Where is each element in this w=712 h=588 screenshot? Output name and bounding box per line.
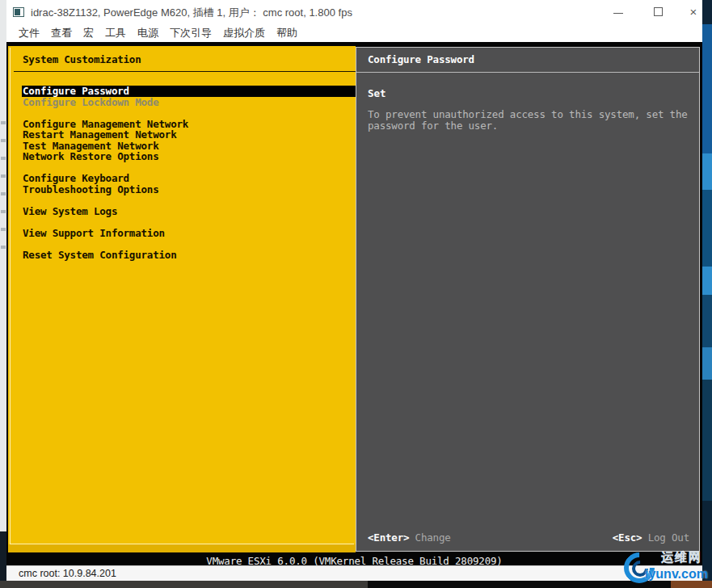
background-page-marks [1,121,6,258]
menu-help[interactable]: 帮助 [276,26,297,40]
menu-bar: 文件 查看 宏 工具 电源 下次引导 虚拟介质 帮助 [6,24,702,42]
dcui-system-customization-pane: System Customization Configure Password … [8,46,356,552]
dcui-menu-item-configure-keyboard[interactable]: Configure Keyboard [8,173,356,184]
description-line2: password for the user. [368,120,498,132]
background-bottom-seg-brown [671,581,712,588]
dcui-menu-item-configure-password[interactable]: Configure Password [22,86,356,97]
dcui-menu-item-configure-management-network[interactable]: Configure Management Network [8,119,356,130]
menu-group-spacer [8,107,356,119]
menu-group-spacer [8,216,356,228]
esxi-version-bar: VMware ESXi 6.0.0 (VMKernel Release Buil… [6,552,702,565]
remote-console-display[interactable]: System Customization Configure Password … [6,42,702,565]
menu-file[interactable]: 文件 [19,26,40,40]
password-status-label: Set [368,87,386,99]
background-bottom-seg-gray [0,581,368,588]
screenshot-root: idrac-38Z1132, PowerEdge M620, 插槽 1, 用户：… [0,0,712,588]
menu-group-spacer [8,162,356,174]
dcui-menu-item-test-management-network[interactable]: Test Management Network [8,141,356,152]
dcui-left-title: System Customization [23,53,141,65]
dcui-menu-item-view-support-information[interactable]: View Support Information [8,228,356,239]
title-bar[interactable]: idrac-38Z1132, PowerEdge M620, 插槽 1, 用户：… [6,0,702,24]
menu-next-boot[interactable]: 下次引导 [170,26,212,40]
background-bottom-strip [0,581,712,588]
background-desktop-sliver [702,0,712,588]
enter-key-label: <Enter> [368,531,409,544]
dcui-menu-item-troubleshooting-options[interactable]: Troubleshooting Options [8,184,356,195]
change-action-label: Change [415,531,451,544]
esc-logout-hint: <Esc> Log Out [613,531,689,544]
maximize-button[interactable] [645,0,672,24]
password-description: To prevent unauthorized access to this s… [368,109,688,131]
minimize-button[interactable] [605,0,632,24]
viewer-status-bar: cmc root: 10.9.84.201 [6,565,702,581]
pane-bottom-edge [8,544,356,552]
dcui-menu: Configure Password Configure Lockdown Mo… [8,86,356,260]
dcui-menu-item-reset-system-configuration[interactable]: Reset System Configuration [8,250,356,261]
close-button[interactable]: × [680,0,707,24]
dcui-detail-pane: Configure Password Set To prevent unauth… [356,47,700,552]
connection-status-text: cmc root: 10.9.84.201 [19,568,116,579]
dcui-menu-item-view-system-logs[interactable]: View System Logs [8,206,356,217]
app-window-icon [13,7,24,17]
menu-group-spacer [8,238,356,250]
esc-key-label: <Esc> [613,531,642,544]
menu-power[interactable]: 电源 [137,26,158,40]
background-left-sliver [0,0,6,588]
dcui-right-title: Configure Password [368,53,474,65]
window-title: idrac-38Z1132, PowerEdge M620, 插槽 1, 用户：… [31,6,352,20]
dcui-menu-item-configure-lockdown-mode[interactable]: Configure Lockdown Mode [8,97,356,108]
menu-group-spacer [8,195,356,206]
right-title-separator [356,72,699,73]
menu-tools[interactable]: 工具 [105,26,126,40]
left-title-separator [14,71,356,72]
dcui-key-hints: <Enter> Change <Esc> Log Out [368,531,689,543]
menu-virtual-media[interactable]: 虚拟介质 [223,26,265,40]
logout-action-label: Log Out [648,531,689,544]
enter-change-hint: <Enter> Change [368,531,451,544]
menu-macros[interactable]: 宏 [83,26,94,40]
dcui-menu-item-network-restore-options[interactable]: Network Restore Options [8,151,356,162]
idrac-console-window: idrac-38Z1132, PowerEdge M620, 插槽 1, 用户：… [6,0,702,581]
dcui-menu-item-restart-management-network[interactable]: Restart Management Network [8,129,356,141]
background-left-navy [0,531,6,588]
menu-view[interactable]: 查看 [51,26,72,40]
